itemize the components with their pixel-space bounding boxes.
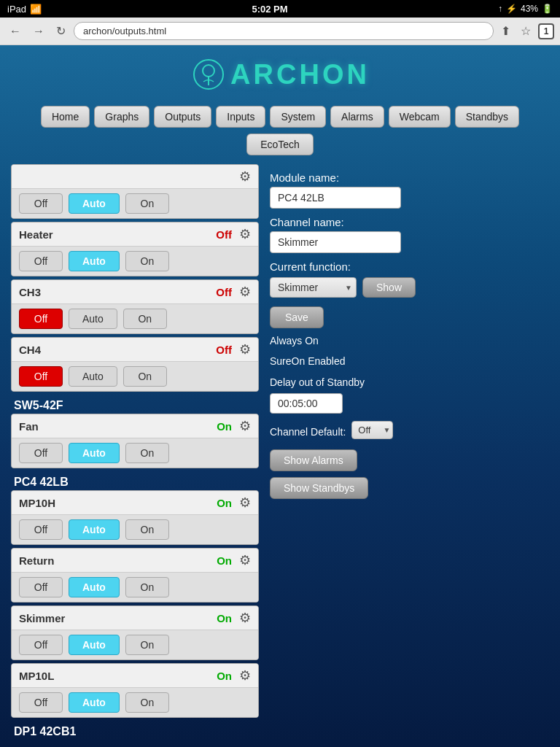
auto-btn-mp10h[interactable]: Auto xyxy=(69,519,120,540)
gear-icon-return[interactable]: ⚙ xyxy=(239,552,251,568)
device-name-skimmer: Skimmer xyxy=(19,612,217,624)
device-card-row1: ⚙ Off Auto On xyxy=(11,164,259,219)
device-row-bottom-fan: Off Auto On xyxy=(12,438,258,468)
device-row-bottom-mp10h: Off Auto On xyxy=(12,515,258,544)
auto-btn-fan[interactable]: Auto xyxy=(69,443,120,463)
nav-alarms[interactable]: Alarms xyxy=(330,106,384,128)
channel-name-input[interactable] xyxy=(270,231,401,253)
off-btn-skimmer[interactable]: Off xyxy=(19,635,63,655)
refresh-button[interactable]: ↻ xyxy=(52,23,69,39)
url-bar[interactable] xyxy=(74,22,494,40)
status-right: ↑ ⚡ 43% 🔋 xyxy=(498,4,553,14)
auto-btn-heater[interactable]: Auto xyxy=(69,251,120,271)
on-btn-heater[interactable]: On xyxy=(125,251,169,271)
function-label: Current function: xyxy=(270,260,549,273)
device-row-top-ch4: CH4 Off ⚙ xyxy=(12,338,258,362)
device-row-bottom-heater: Off Auto On xyxy=(12,247,258,276)
gear-icon-skimmer[interactable]: ⚙ xyxy=(239,610,251,626)
ocean-background: ARCHON Home Graphs Outputs Inputs System… xyxy=(0,45,560,747)
off-btn-return[interactable]: Off xyxy=(19,577,63,597)
device-status-ch3: Off xyxy=(216,286,232,298)
gear-icon-ch3[interactable]: ⚙ xyxy=(239,284,251,300)
gear-icon-mp10l[interactable]: ⚙ xyxy=(239,667,251,684)
back-button[interactable]: ← xyxy=(6,23,25,39)
auto-btn-return[interactable]: Auto xyxy=(69,577,120,597)
nav-system[interactable]: System xyxy=(270,106,326,128)
device-row-bottom-ch3: Off Auto On xyxy=(12,304,258,333)
main-content: ⚙ Off Auto On Heater Off ⚙ Off Auto On xyxy=(0,164,560,747)
channel-label: Channel name: xyxy=(270,216,549,228)
off-btn-ch3[interactable]: Off xyxy=(19,309,63,329)
device-card-ch4: CH4 Off ⚙ Off Auto On xyxy=(11,337,259,392)
svg-point-1 xyxy=(203,65,214,77)
on-btn-skimmer[interactable]: On xyxy=(125,635,169,655)
share-button[interactable]: ⬆ xyxy=(498,23,513,39)
nav-outputs[interactable]: Outputs xyxy=(154,106,211,128)
gear-icon-fan[interactable]: ⚙ xyxy=(239,418,251,434)
show-alarms-button[interactable]: Show Alarms xyxy=(270,449,357,471)
tab-count[interactable]: 1 xyxy=(538,23,554,39)
device-name-fan: Fan xyxy=(19,420,217,433)
save-button[interactable]: Save xyxy=(270,306,324,328)
device-name-return: Return xyxy=(19,554,217,567)
gear-icon-1[interactable]: ⚙ xyxy=(239,169,251,185)
nav-graphs[interactable]: Graphs xyxy=(94,106,149,128)
device-status-skimmer: On xyxy=(217,612,232,624)
device-card-fan: Fan On ⚙ Off Auto On xyxy=(11,414,259,468)
off-btn-1[interactable]: Off xyxy=(19,193,63,214)
off-btn-fan[interactable]: Off xyxy=(19,443,63,463)
show-standbys-button[interactable]: Show Standbys xyxy=(270,477,368,499)
nav-inputs[interactable]: Inputs xyxy=(216,106,265,128)
auto-btn-ch3[interactable]: Auto xyxy=(69,309,117,329)
gear-icon-heater[interactable]: ⚙ xyxy=(239,226,251,242)
battery-icon: 🔋 xyxy=(542,4,553,14)
auto-btn-ch4[interactable]: Auto xyxy=(69,366,117,387)
forward-button[interactable]: → xyxy=(29,23,48,39)
nav-webcam[interactable]: Webcam xyxy=(389,106,451,128)
channel-default-select[interactable]: Off On Auto xyxy=(351,421,393,439)
off-btn-mp10h[interactable]: Off xyxy=(19,519,63,540)
device-row-bottom-ch4: Off Auto On xyxy=(12,362,258,391)
status-left: iPad 📶 xyxy=(7,4,42,15)
auto-btn-mp10l[interactable]: Auto xyxy=(69,692,120,713)
module-name-input[interactable] xyxy=(270,187,401,209)
show-button[interactable]: Show xyxy=(362,277,416,298)
nav-standbys[interactable]: Standbys xyxy=(455,106,519,128)
device-status-mp10l: On xyxy=(217,670,232,682)
off-btn-mp10l[interactable]: Off xyxy=(19,692,63,713)
device-status-return: On xyxy=(217,554,232,567)
ecotech-button[interactable]: EcoTech xyxy=(246,133,314,155)
device-status-ch4: Off xyxy=(216,344,232,356)
device-row-top-mp10h: MP10H On ⚙ xyxy=(12,491,258,515)
auto-btn-1[interactable]: Auto xyxy=(69,193,120,214)
device-status-mp10h: On xyxy=(217,497,232,509)
on-btn-ch3[interactable]: On xyxy=(123,309,167,329)
device-card-mp10l: MP10L On ⚙ Off Auto On xyxy=(11,663,259,718)
device-row-bottom-return: Off Auto On xyxy=(12,573,258,602)
function-select-wrapper: Skimmer Always On Return Pump Light ▼ xyxy=(270,277,357,298)
off-btn-heater[interactable]: Off xyxy=(19,251,63,271)
function-select[interactable]: Skimmer Always On Return Pump Light xyxy=(270,277,357,298)
gear-icon-mp10h[interactable]: ⚙ xyxy=(239,495,251,511)
device-row-top-return: Return On ⚙ xyxy=(12,549,258,573)
device-name-mp10h: MP10H xyxy=(19,497,217,509)
on-btn-fan[interactable]: On xyxy=(125,443,169,463)
on-btn-mp10h[interactable]: On xyxy=(125,519,169,540)
device-name-ch4: CH4 xyxy=(19,344,216,356)
gear-icon-ch4[interactable]: ⚙ xyxy=(239,341,251,357)
nav-home[interactable]: Home xyxy=(41,106,90,128)
on-btn-return[interactable]: On xyxy=(125,577,169,597)
delay-input[interactable] xyxy=(270,393,343,414)
on-btn-ch4[interactable]: On xyxy=(123,366,167,387)
on-btn-1[interactable]: On xyxy=(125,193,169,214)
auto-btn-skimmer[interactable]: Auto xyxy=(69,635,120,655)
on-btn-mp10l[interactable]: On xyxy=(125,692,169,713)
logo-text: ARCHON xyxy=(230,59,370,90)
group-label-pc4: PC4 42LB xyxy=(11,471,259,490)
bookmark-button[interactable]: ☆ xyxy=(518,23,534,39)
status-bar: iPad 📶 5:02 PM ↑ ⚡ 43% 🔋 xyxy=(0,0,560,18)
off-btn-ch4[interactable]: Off xyxy=(19,366,63,387)
device-card-ch3: CH3 Off ⚙ Off Auto On xyxy=(11,279,259,334)
device-row-top-skimmer: Skimmer On ⚙ xyxy=(12,606,258,630)
device-name-mp10l: MP10L xyxy=(19,670,217,682)
